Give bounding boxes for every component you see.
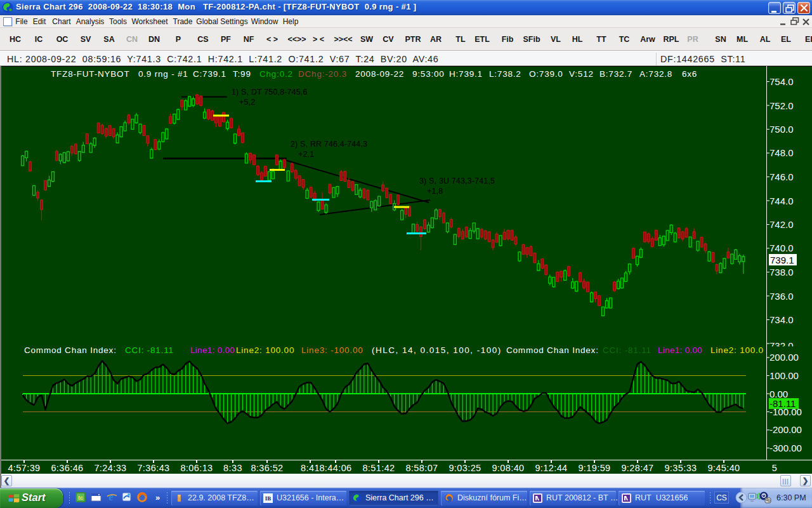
svg-text:9:35:33: 9:35:33 (664, 463, 697, 473)
svg-text:Commod Chan Index:: Commod Chan Index: (506, 345, 599, 355)
svg-text:Line2: 100.0: Line2: 100.0 (710, 345, 764, 355)
svg-text:L:738.2: L:738.2 (489, 69, 521, 79)
svg-text:750.0: 750.0 (769, 124, 794, 135)
svg-text:+5,2: +5,2 (239, 98, 255, 107)
svg-text:e: e (108, 491, 113, 502)
svg-text:9:12:44: 9:12:44 (535, 463, 567, 473)
svg-text:A:732.8: A:732.8 (639, 69, 672, 79)
svg-text:-200.00: -200.00 (769, 424, 802, 435)
svg-text:O:739.0: O:739.0 (529, 69, 563, 79)
svg-text:744.0: 744.0 (769, 196, 794, 206)
svg-text:tc: tc (78, 495, 83, 501)
svg-text:Chg:0.2: Chg:0.2 (259, 69, 293, 79)
svg-text:740.0: 740.0 (769, 243, 794, 253)
svg-text:734.0: 734.0 (769, 314, 794, 325)
svg-text:742.0: 742.0 (769, 219, 794, 230)
svg-text:748.0: 748.0 (769, 147, 794, 158)
svg-text:9:03:25: 9:03:25 (449, 463, 481, 473)
svg-text:8:33: 8:33 (223, 463, 242, 473)
svg-text:5: 5 (772, 463, 777, 473)
svg-text:4:57:39: 4:57:39 (8, 463, 40, 473)
svg-text:7:36:43: 7:36:43 (137, 463, 169, 473)
svg-text:200.00: 200.00 (769, 352, 799, 363)
svg-text:Line3: -100.00: Line3: -100.00 (301, 345, 363, 355)
svg-text:V:512: V:512 (569, 69, 594, 79)
svg-text:3) S, 3U 743,3-741,5: 3) S, 3U 743,3-741,5 (419, 177, 495, 185)
svg-text:9:45:40: 9:45:40 (707, 463, 740, 473)
svg-text:9:08:40: 9:08:40 (492, 463, 524, 473)
svg-text:B:732.7: B:732.7 (599, 69, 632, 79)
svg-text:(HLC, 14, 0.015, 100, -100): (HLC, 14, 0.015, 100, -100) (372, 345, 502, 355)
svg-text:+1,8: +1,8 (427, 187, 443, 196)
svg-text:6x6: 6x6 (682, 69, 697, 79)
svg-text:Line1: 0.00: Line1: 0.00 (190, 345, 235, 355)
svg-text:9:19:59: 9:19:59 (578, 463, 610, 473)
svg-text:-300.00: -300.00 (769, 443, 802, 453)
svg-text:Commod Chan Index:: Commod Chan Index: (24, 345, 117, 355)
svg-text:TFZ8-FUT-NYBOT: TFZ8-FUT-NYBOT (51, 69, 129, 79)
svg-text:Line1: 0.00: Line1: 0.00 (658, 345, 702, 355)
svg-text:7:24:33: 7:24:33 (94, 463, 126, 473)
svg-text:+2,1: +2,1 (298, 150, 314, 159)
svg-text:9:53:00: 9:53:00 (412, 69, 445, 79)
svg-text:9:28:47: 9:28:47 (621, 463, 653, 473)
svg-text:736.0: 736.0 (769, 291, 794, 302)
svg-text:752.0: 752.0 (769, 100, 794, 111)
svg-text:DChg:-20.3: DChg:-20.3 (298, 69, 347, 79)
svg-text:CCI: -81.11: CCI: -81.11 (125, 345, 174, 355)
svg-text:6:36:46: 6:36:46 (51, 463, 83, 473)
svg-text:1) S, DT 750,8-745,6: 1) S, DT 750,8-745,6 (232, 88, 308, 97)
svg-text:H:739.1: H:739.1 (449, 69, 483, 79)
svg-text:IB: IB (265, 495, 272, 502)
svg-text:100.00: 100.00 (769, 370, 799, 381)
svg-text:C:739.1: C:739.1 (193, 69, 226, 79)
svg-text:CCI: -81.11: CCI: -81.11 (603, 345, 652, 355)
svg-text:T:99: T:99 (233, 69, 251, 79)
svg-text:2) S, RR 746,4-744,3: 2) S, RR 746,4-744,3 (291, 140, 367, 149)
svg-text:2008-09-22: 2008-09-22 (355, 69, 404, 79)
svg-text:0.9 rng - #1: 0.9 rng - #1 (138, 69, 188, 79)
svg-text:-81.11: -81.11 (769, 398, 796, 409)
svg-text:Line2: 100.00: Line2: 100.00 (236, 345, 294, 355)
svg-text:8:44:06: 8:44:06 (319, 463, 351, 473)
svg-text:8:41: 8:41 (301, 463, 320, 473)
svg-text:754.0: 754.0 (769, 76, 794, 87)
svg-text:739.1: 739.1 (770, 255, 794, 265)
svg-text:8:36:52: 8:36:52 (251, 463, 283, 473)
svg-text:8:58:07: 8:58:07 (405, 463, 438, 473)
svg-text:8:51:42: 8:51:42 (362, 463, 395, 473)
svg-text:746.0: 746.0 (769, 171, 794, 182)
svg-text:8:06:13: 8:06:13 (180, 463, 213, 473)
svg-text:738.0: 738.0 (769, 267, 794, 277)
